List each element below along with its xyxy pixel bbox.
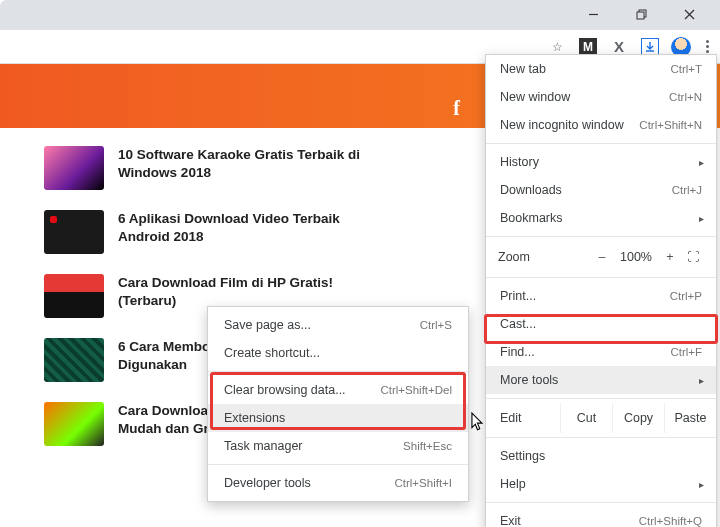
restore-button[interactable] bbox=[628, 3, 654, 25]
app-menu: New tabCtrl+T New windowCtrl+N New incog… bbox=[485, 54, 717, 527]
chevron-right-icon: ▸ bbox=[699, 375, 704, 386]
zoom-in-button[interactable]: + bbox=[658, 250, 682, 264]
mouse-cursor-icon bbox=[470, 412, 485, 432]
facebook-icon[interactable]: f bbox=[453, 97, 460, 120]
menu-separator bbox=[486, 502, 716, 503]
menu-new-tab[interactable]: New tabCtrl+T bbox=[486, 55, 716, 83]
list-item[interactable]: 10 Software Karaoke Gratis Terbaik di Wi… bbox=[44, 146, 374, 190]
thumbnail bbox=[44, 338, 104, 382]
menu-separator bbox=[486, 398, 716, 399]
menu-exit[interactable]: ExitCtrl+Shift+Q bbox=[486, 507, 716, 527]
menu-new-window[interactable]: New windowCtrl+N bbox=[486, 83, 716, 111]
submenu-extensions[interactable]: Extensions bbox=[208, 404, 468, 432]
menu-separator bbox=[208, 464, 468, 465]
menu-separator bbox=[486, 143, 716, 144]
menu-bookmarks[interactable]: Bookmarks▸ bbox=[486, 204, 716, 232]
menu-more-tools[interactable]: More tools▸ bbox=[486, 366, 716, 394]
menu-find[interactable]: Find...Ctrl+F bbox=[486, 338, 716, 366]
menu-edit: Edit Cut Copy Paste bbox=[486, 403, 716, 433]
menu-separator bbox=[486, 236, 716, 237]
chevron-right-icon: ▸ bbox=[699, 479, 704, 490]
more-tools-submenu: Save page as...Ctrl+S Create shortcut...… bbox=[207, 306, 469, 502]
menu-cast[interactable]: Cast... bbox=[486, 310, 716, 338]
menu-separator bbox=[486, 277, 716, 278]
submenu-create-shortcut[interactable]: Create shortcut... bbox=[208, 339, 468, 367]
thumbnail bbox=[44, 274, 104, 318]
article-title: 6 Aplikasi Download Video Terbaik Androi… bbox=[118, 210, 374, 254]
zoom-out-button[interactable]: – bbox=[590, 250, 614, 264]
menu-help[interactable]: Help▸ bbox=[486, 470, 716, 498]
thumbnail bbox=[44, 402, 104, 446]
window-controls bbox=[580, 0, 720, 28]
svg-rect-2 bbox=[637, 12, 644, 19]
list-item[interactable]: 6 Aplikasi Download Video Terbaik Androi… bbox=[44, 210, 374, 254]
menu-print[interactable]: Print...Ctrl+P bbox=[486, 282, 716, 310]
zoom-value: 100% bbox=[614, 250, 658, 264]
menu-history[interactable]: History▸ bbox=[486, 148, 716, 176]
close-button[interactable] bbox=[676, 3, 702, 25]
menu-separator bbox=[486, 437, 716, 438]
chevron-right-icon: ▸ bbox=[699, 157, 704, 168]
submenu-dev-tools[interactable]: Developer toolsCtrl+Shift+I bbox=[208, 469, 468, 497]
menu-incognito[interactable]: New incognito windowCtrl+Shift+N bbox=[486, 111, 716, 139]
minimize-button[interactable] bbox=[580, 3, 606, 25]
edit-copy-button[interactable]: Copy bbox=[612, 403, 664, 433]
menu-zoom: Zoom – 100% + ⛶ bbox=[486, 241, 716, 273]
edit-paste-button[interactable]: Paste bbox=[664, 403, 716, 433]
menu-separator bbox=[208, 371, 468, 372]
menu-downloads[interactable]: DownloadsCtrl+J bbox=[486, 176, 716, 204]
submenu-clear-data[interactable]: Clear browsing data...Ctrl+Shift+Del bbox=[208, 376, 468, 404]
thumbnail bbox=[44, 210, 104, 254]
extension-m-icon[interactable]: M bbox=[579, 38, 597, 56]
article-title: 10 Software Karaoke Gratis Terbaik di Wi… bbox=[118, 146, 374, 190]
thumbnail bbox=[44, 146, 104, 190]
submenu-save-page[interactable]: Save page as...Ctrl+S bbox=[208, 311, 468, 339]
download-icon[interactable] bbox=[641, 38, 659, 56]
menu-settings[interactable]: Settings bbox=[486, 442, 716, 470]
chevron-right-icon: ▸ bbox=[699, 213, 704, 224]
edit-cut-button[interactable]: Cut bbox=[560, 403, 612, 433]
submenu-task-manager[interactable]: Task managerShift+Esc bbox=[208, 432, 468, 460]
fullscreen-button[interactable]: ⛶ bbox=[682, 250, 704, 264]
